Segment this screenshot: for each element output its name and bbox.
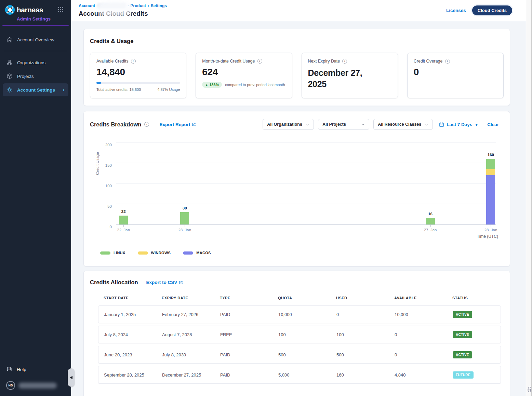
legend-item-macos[interactable]: MACOS bbox=[183, 251, 211, 255]
app-grid-icon[interactable] bbox=[58, 7, 64, 12]
cell-status: ACTIVE bbox=[447, 351, 501, 358]
x-tick-label: 28. Jan bbox=[484, 228, 497, 232]
cell-quota: 100 bbox=[273, 332, 331, 337]
cell-type: PAID bbox=[215, 352, 273, 357]
cell-used: 100 bbox=[331, 332, 389, 337]
export-csv-link[interactable]: Export to CSV bbox=[146, 280, 183, 285]
y-tick-label: 100 bbox=[105, 184, 112, 188]
brand-underline bbox=[2, 25, 69, 26]
arrow-up-icon: ▲ bbox=[205, 83, 208, 86]
cell-available: 0 bbox=[389, 352, 447, 357]
breadcrumb-account-link[interactable]: Account bbox=[79, 3, 95, 8]
x-tick-label: 22. Jan bbox=[117, 228, 130, 232]
sidebar-collapse-handle[interactable] bbox=[68, 368, 75, 387]
x-tick-label: 27. Jan bbox=[424, 228, 437, 232]
bar-segment-linux[interactable] bbox=[486, 159, 495, 169]
table-body: January 1, 2025February 27, 2026PAID10,0… bbox=[98, 305, 501, 384]
credit-overage-value: 0 bbox=[414, 67, 497, 78]
gear-icon bbox=[6, 86, 13, 93]
cell-used: 500 bbox=[331, 352, 389, 357]
help-button[interactable]: ? Help bbox=[0, 363, 71, 376]
bar-total-label: 16 bbox=[428, 212, 433, 216]
cell-type: FREE bbox=[215, 332, 273, 337]
table-row: January 1, 2025February 27, 2026PAID10,0… bbox=[98, 305, 501, 323]
sidebar-bottom: ? Help NB bbox=[0, 363, 71, 396]
sidebar-item-label: Organizations bbox=[17, 60, 45, 65]
info-icon[interactable]: i bbox=[257, 59, 262, 64]
sidebar: harness Admin Settings Account Overview bbox=[0, 0, 71, 396]
harness-logo-icon[interactable] bbox=[5, 5, 15, 15]
cell-available: 10,000 bbox=[389, 312, 447, 317]
info-icon[interactable]: i bbox=[342, 59, 347, 64]
usage-percent: 4.87% Usage bbox=[157, 87, 180, 92]
table-row: June 20, 2023July 8, 2030PAID5005000ACTI… bbox=[98, 346, 501, 364]
home-icon bbox=[6, 36, 13, 43]
info-icon[interactable]: i bbox=[144, 122, 149, 127]
resource-classes-filter-select[interactable]: All Resource Classes bbox=[373, 119, 433, 130]
legend-item-windows[interactable]: WINDOWS bbox=[138, 251, 171, 255]
chevron-down-icon bbox=[425, 123, 428, 126]
projects-icon bbox=[6, 73, 13, 80]
allocation-header: Credits Allocation Export to CSV bbox=[90, 279, 504, 286]
stat-label: Available Credits bbox=[96, 59, 129, 64]
breadcrumb-settings-link[interactable]: Settings bbox=[151, 3, 167, 8]
cell-status: ACTIVE bbox=[447, 331, 501, 338]
organizations-filter-select[interactable]: All Organizations bbox=[263, 119, 314, 130]
cell-status: FUTURE bbox=[447, 371, 501, 379]
cell-start_date: July 8, 2024 bbox=[98, 332, 157, 337]
cell-type: PAID bbox=[215, 312, 273, 317]
info-icon[interactable]: i bbox=[445, 59, 450, 64]
section-title-credits-usage: Credits & Usage bbox=[90, 38, 504, 44]
x-axis-title: Time (UTC) bbox=[477, 234, 498, 239]
chart-gridline bbox=[116, 183, 496, 183]
clear-filters-link[interactable]: Clear bbox=[487, 122, 499, 127]
sidebar-item-projects[interactable]: Projects bbox=[3, 70, 68, 83]
section-title-credits-breakdown: Credits Breakdown bbox=[90, 121, 141, 128]
module-subtitle: Admin Settings bbox=[17, 16, 71, 22]
cloud-credits-button[interactable]: Cloud Credits bbox=[472, 5, 512, 15]
sidebar-item-account-settings[interactable]: Account Settings › bbox=[3, 83, 68, 96]
bar-segment-macos[interactable] bbox=[486, 175, 495, 224]
date-range-picker[interactable]: Last 7 Days ▼ bbox=[439, 122, 478, 127]
delta-badge: ▲ 186% bbox=[202, 82, 222, 88]
column-header-type: TYPE bbox=[214, 296, 272, 300]
export-report-link[interactable]: Export Report bbox=[159, 122, 196, 127]
chart-gridline bbox=[116, 163, 496, 163]
projects-filter-select[interactable]: All Projects bbox=[318, 119, 369, 130]
column-header-status: STATUS bbox=[447, 296, 501, 300]
user-row[interactable]: NB bbox=[0, 376, 71, 391]
avatar[interactable]: NB bbox=[6, 381, 15, 390]
sidebar-item-organizations[interactable]: Organizations bbox=[3, 56, 68, 69]
allocation-table: START DATEEXPIRY DATETYPEQUOTAUSEDAVAILA… bbox=[98, 296, 501, 384]
y-tick-label: 50 bbox=[107, 204, 112, 208]
sidebar-item-label: Account Settings bbox=[17, 87, 55, 93]
bar-total-label: 22 bbox=[121, 209, 126, 214]
scrollbar[interactable] bbox=[526, 0, 532, 396]
column-header-expiry-date: EXPIRY DATE bbox=[156, 296, 214, 300]
sidebar-item-account-overview[interactable]: Account Overview bbox=[3, 33, 68, 46]
cell-status: ACTIVE bbox=[447, 311, 501, 318]
status-badge: ACTIVE bbox=[453, 311, 472, 318]
breadcrumb-separator: › bbox=[148, 3, 149, 8]
breadcrumb-product-link[interactable]: - Product bbox=[128, 3, 146, 8]
bar-total-label: 30 bbox=[183, 206, 187, 210]
bar-segment-linux[interactable] bbox=[426, 218, 435, 224]
cell-start_date: September 28, 2025 bbox=[98, 372, 157, 378]
column-header-start-date: START DATE bbox=[98, 296, 156, 300]
stat-label: Credit Overage bbox=[414, 59, 443, 64]
organizations-icon bbox=[6, 59, 13, 66]
bar-segment-linux[interactable] bbox=[119, 216, 128, 224]
sidebar-item-label: Projects bbox=[17, 74, 34, 79]
bar-segment-linux[interactable] bbox=[180, 212, 189, 224]
table-row: July 8, 2024August 7, 2028FREE1001000ACT… bbox=[98, 326, 501, 343]
chart-gridline bbox=[116, 204, 496, 204]
info-icon[interactable]: i bbox=[131, 59, 136, 64]
chart-legend: LINUXWINDOWSMACOS bbox=[100, 251, 504, 255]
page-header: Account - Product › Settings Account Clo… bbox=[71, 0, 526, 21]
legend-item-linux[interactable]: LINUX bbox=[100, 251, 125, 255]
chart-bar bbox=[426, 218, 435, 224]
licenses-link[interactable]: Licenses bbox=[446, 8, 466, 13]
available-credits-value: 14,840 bbox=[96, 67, 180, 78]
stat-label: Next Expiry Date bbox=[308, 59, 340, 64]
bar-segment-windows[interactable] bbox=[486, 169, 495, 175]
